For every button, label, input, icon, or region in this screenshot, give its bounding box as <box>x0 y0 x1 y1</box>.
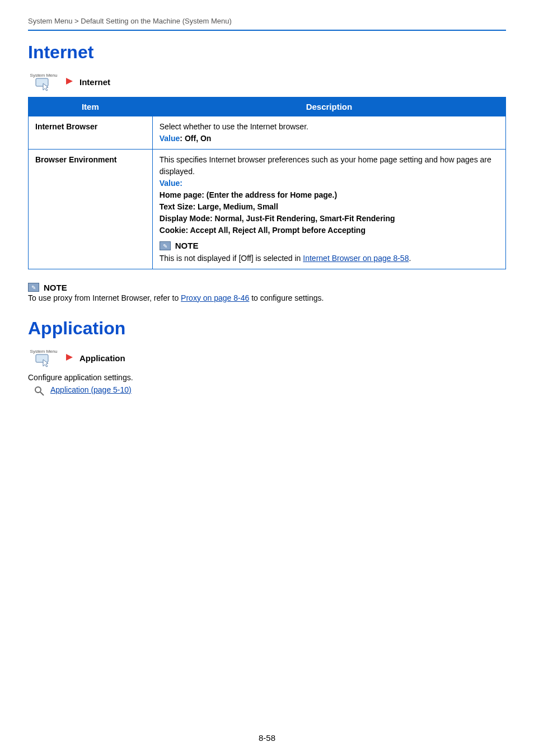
system-menu-badge: System Menu <box>28 73 59 91</box>
breadcrumb-arrow-icon <box>65 77 74 87</box>
value-line: Value: Off, On <box>160 133 499 144</box>
breadcrumb-current: Internet <box>79 77 110 87</box>
table-header-item: Item <box>29 97 153 116</box>
value-option: Home page: (Enter the address for Home p… <box>160 189 499 201</box>
note-body: This is not displayed if [Off] is select… <box>160 253 499 264</box>
note-text-pre: To use proxy from Internet Browser, refe… <box>28 293 181 302</box>
header-divider <box>28 30 506 31</box>
page-number: 8-58 <box>0 733 534 743</box>
link-proxy[interactable]: Proxy on page 8-46 <box>181 293 249 302</box>
section-note: ✎ NOTE To use proxy from Internet Browse… <box>28 283 506 302</box>
magnifier-icon <box>34 385 45 396</box>
link-internet-browser[interactable]: Internet Browser on page 8-58 <box>303 254 409 263</box>
value-line: Value: <box>160 178 499 189</box>
table-header-description: Description <box>152 97 505 116</box>
breadcrumb: System Menu Internet <box>28 73 506 91</box>
value-option: Cookie: Accept All, Reject All, Prompt b… <box>160 225 499 236</box>
note-body: To use proxy from Internet Browser, refe… <box>28 293 506 302</box>
table-row: Internet Browser Select whether to use t… <box>29 116 506 150</box>
value-option: Display Mode: Normal, Just-Fit Rendering… <box>160 213 499 225</box>
reference-row: Application (page 5-10) <box>34 385 506 396</box>
running-header: System Menu > Default Setting on the Mac… <box>28 17 506 30</box>
svg-point-2 <box>35 387 41 393</box>
breadcrumb-arrow-icon <box>65 353 74 363</box>
note-text-post: . <box>409 254 411 263</box>
screen-tap-icon <box>35 354 52 367</box>
desc-text: Select whether to use the Internet brows… <box>160 121 499 133</box>
inline-note: ✎ NOTE <box>160 240 499 253</box>
note-text-pre: This is not displayed if [Off] is select… <box>160 254 303 263</box>
value-label: Value <box>160 134 180 143</box>
system-menu-badge: System Menu <box>28 349 59 367</box>
value-label: Value <box>160 179 180 188</box>
value-text: : Off, On <box>180 134 211 143</box>
svg-rect-0 <box>36 78 48 86</box>
item-description: Select whether to use the Internet brows… <box>152 116 505 150</box>
svg-line-3 <box>40 392 44 395</box>
desc-text: This specifies Internet browser preferen… <box>160 154 499 178</box>
note-label: NOTE <box>175 240 199 253</box>
system-menu-label: System Menu <box>30 73 58 78</box>
note-icon: ✎ <box>28 283 39 292</box>
note-text-post: to configure settings. <box>249 293 324 302</box>
application-description: Configure application settings. <box>28 373 506 382</box>
table-row: Browser Environment This specifies Inter… <box>29 150 506 269</box>
screen-tap-icon <box>35 78 52 91</box>
item-description: This specifies Internet browser preferen… <box>152 150 505 269</box>
note-icon: ✎ <box>160 241 171 250</box>
item-name: Browser Environment <box>29 150 153 269</box>
value-option: Text Size: Large, Medium, Small <box>160 201 499 213</box>
internet-settings-table: Item Description Internet Browser Select… <box>28 97 506 269</box>
system-menu-label: System Menu <box>30 349 58 354</box>
svg-rect-1 <box>36 354 48 362</box>
item-name: Internet Browser <box>29 116 153 150</box>
breadcrumb: System Menu Application <box>28 349 506 367</box>
breadcrumb-current: Application <box>79 353 125 363</box>
note-label: NOTE <box>44 283 67 292</box>
section-title-application: Application <box>28 318 506 339</box>
section-title-internet: Internet <box>28 42 506 63</box>
value-colon: : <box>180 179 182 188</box>
link-application-ref[interactable]: Application (page 5-10) <box>50 385 132 394</box>
